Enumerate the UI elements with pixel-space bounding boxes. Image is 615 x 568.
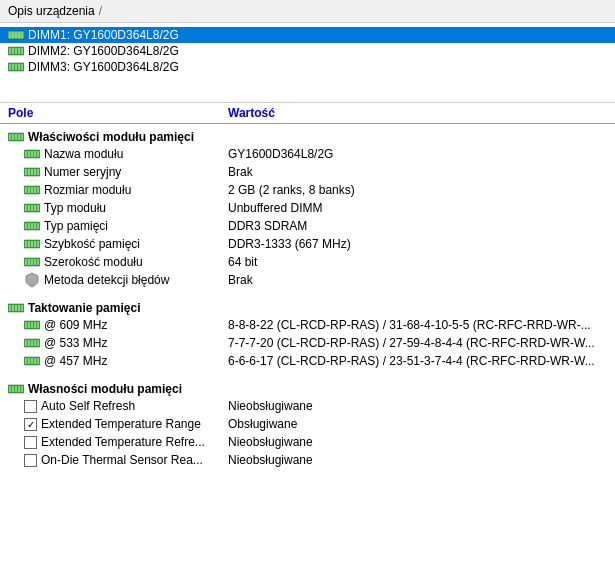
svg-rect-74	[28, 322, 30, 328]
svg-rect-8	[12, 48, 14, 54]
svg-rect-71	[21, 305, 23, 311]
svg-rect-92	[12, 386, 14, 392]
ram-icon	[24, 185, 40, 195]
col-pole-header: Pole	[8, 106, 228, 120]
table-row: Rozmiar modułu2 GB (2 ranks, 8 banks)	[0, 181, 615, 199]
svg-rect-45	[31, 205, 33, 211]
svg-rect-95	[21, 386, 23, 392]
table-header: Pole Wartość	[0, 103, 615, 124]
field-value: Unbuffered DIMM	[228, 201, 607, 215]
svg-rect-25	[25, 151, 27, 157]
table-row: Typ modułuUnbuffered DIMM	[0, 199, 615, 217]
svg-rect-17	[21, 64, 23, 70]
table-row: Typ pamięciDDR3 SDRAM	[0, 217, 615, 235]
field-name: Extended Temperature Refre...	[41, 435, 205, 449]
header-sep: /	[99, 4, 102, 18]
field-label: On-Die Thermal Sensor Rea...	[8, 453, 228, 467]
checkbox-icon[interactable]	[24, 400, 37, 413]
checkbox-icon[interactable]	[24, 418, 37, 431]
svg-rect-3	[15, 32, 17, 38]
field-name: On-Die Thermal Sensor Rea...	[41, 453, 203, 467]
table-row: On-Die Thermal Sensor Rea...Nieobsługiwa…	[0, 451, 615, 469]
section-header-wlasciwosci2: Własności modułu pamięci	[0, 376, 615, 397]
svg-rect-10	[18, 48, 20, 54]
svg-rect-4	[18, 32, 20, 38]
ram-icon	[8, 132, 24, 142]
field-value: Nieobsługiwane	[228, 453, 607, 467]
svg-rect-94	[18, 386, 20, 392]
svg-rect-1	[9, 32, 11, 38]
field-name: Szerokość modułu	[44, 255, 143, 269]
dimm-label: DIMM3: GY1600D364L8/2G	[28, 60, 179, 74]
section-title: Taktowanie pamięci	[28, 301, 140, 315]
field-name: @ 457 MHz	[44, 354, 108, 368]
dimm-item-dimm3[interactable]: DIMM3: GY1600D364L8/2G	[0, 59, 615, 75]
svg-rect-59	[37, 241, 39, 247]
ram-icon	[24, 257, 40, 267]
field-label: Typ pamięci	[8, 219, 228, 233]
field-name: @ 533 MHz	[44, 336, 108, 350]
field-label: Nazwa modułu	[8, 147, 228, 161]
svg-rect-79	[25, 340, 27, 346]
bottom-panel: Pole Wartość Właściwości modułu pamięci …	[0, 103, 615, 568]
svg-rect-51	[31, 223, 33, 229]
svg-rect-81	[31, 340, 33, 346]
svg-rect-62	[28, 259, 30, 265]
field-name: Rozmiar modułu	[44, 183, 131, 197]
svg-rect-47	[37, 205, 39, 211]
table-row: @ 457 MHz6-6-6-17 (CL-RCD-RP-RAS) / 23-5…	[0, 352, 615, 370]
dimm-item-dimm1[interactable]: DIMM1: GY1600D364L8/2G	[0, 27, 615, 43]
field-value: Obsługiwane	[228, 417, 607, 431]
ram-icon	[24, 203, 40, 213]
svg-rect-69	[15, 305, 17, 311]
svg-rect-43	[25, 205, 27, 211]
field-label: Metoda detekcji błędów	[8, 272, 228, 288]
svg-rect-77	[37, 322, 39, 328]
ram-icon	[24, 239, 40, 249]
table-row: Szybkość pamięciDDR3-1333 (667 MHz)	[0, 235, 615, 253]
svg-rect-28	[34, 151, 36, 157]
svg-rect-89	[37, 358, 39, 364]
field-value: 7-7-7-20 (CL-RCD-RP-RAS) / 27-59-4-8-4-4…	[228, 336, 607, 350]
svg-rect-67	[9, 305, 11, 311]
svg-rect-56	[28, 241, 30, 247]
checkbox-icon[interactable]	[24, 454, 37, 467]
svg-rect-49	[25, 223, 27, 229]
table-row: @ 533 MHz7-7-7-20 (CL-RCD-RP-RAS) / 27-5…	[0, 334, 615, 352]
ram-icon	[8, 384, 24, 394]
checkbox-icon[interactable]	[24, 436, 37, 449]
svg-rect-27	[31, 151, 33, 157]
field-label: Szerokość modułu	[8, 255, 228, 269]
svg-rect-26	[28, 151, 30, 157]
svg-rect-57	[31, 241, 33, 247]
field-label: Extended Temperature Refre...	[8, 435, 228, 449]
svg-rect-19	[9, 134, 11, 140]
field-value: 6-6-6-17 (CL-RCD-RP-RAS) / 23-51-3-7-4-4…	[228, 354, 607, 368]
svg-rect-20	[12, 134, 14, 140]
field-value: 8-8-8-22 (CL-RCD-RP-RAS) / 31-68-4-10-5-…	[228, 318, 607, 332]
svg-rect-88	[34, 358, 36, 364]
field-name: Extended Temperature Range	[41, 417, 201, 431]
svg-rect-16	[18, 64, 20, 70]
field-value: DDR3 SDRAM	[228, 219, 607, 233]
table-row: Numer seryjnyBrak	[0, 163, 615, 181]
svg-rect-76	[34, 322, 36, 328]
svg-rect-80	[28, 340, 30, 346]
field-label: Extended Temperature Range	[8, 417, 228, 431]
svg-rect-37	[25, 187, 27, 193]
svg-rect-87	[31, 358, 33, 364]
section-label: Taktowanie pamięci	[8, 301, 140, 315]
svg-rect-68	[12, 305, 14, 311]
field-value: Brak	[228, 165, 607, 179]
field-label: Auto Self Refresh	[8, 399, 228, 413]
dimm-item-dimm2[interactable]: DIMM2: GY1600D364L8/2G	[0, 43, 615, 59]
svg-rect-55	[25, 241, 27, 247]
svg-rect-7	[9, 48, 11, 54]
table-row: Nazwa modułuGY1600D364L8/2G	[0, 145, 615, 163]
field-name: Nazwa modułu	[44, 147, 123, 161]
field-label: @ 533 MHz	[8, 336, 228, 350]
svg-rect-41	[37, 187, 39, 193]
table-row: Szerokość modułu64 bit	[0, 253, 615, 271]
svg-rect-44	[28, 205, 30, 211]
field-name: Auto Self Refresh	[41, 399, 135, 413]
